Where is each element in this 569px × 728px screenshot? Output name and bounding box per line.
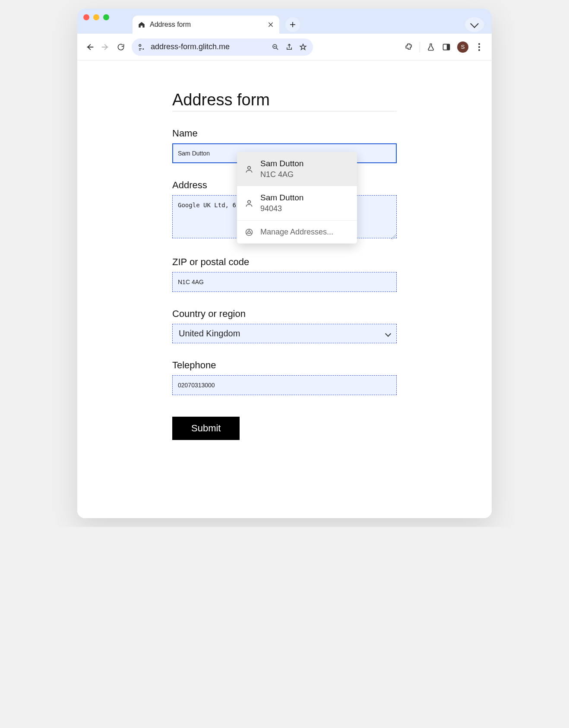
person-icon <box>245 165 253 174</box>
forward-button[interactable] <box>101 42 110 52</box>
zip-input[interactable] <box>172 272 397 292</box>
share-icon[interactable] <box>285 43 293 51</box>
telephone-field: Telephone <box>172 360 397 395</box>
tab-list-button[interactable] <box>465 17 484 32</box>
autofill-popup: Sam Dutton N1C 4AG Sam Dutton 94043 <box>237 152 357 244</box>
manage-addresses-button[interactable]: Manage Addresses... <box>237 220 357 244</box>
zoom-icon[interactable] <box>272 43 279 51</box>
avatar-initial: S <box>461 44 465 50</box>
page-title: Address form <box>172 91 397 111</box>
browser-window: Address form address-form.glitch.me <box>77 9 492 518</box>
address-form: Address form Name Sam Dutton N1C 4AG <box>172 78 397 492</box>
svg-rect-4 <box>447 44 450 50</box>
bookmark-icon[interactable] <box>299 43 307 51</box>
titlebar: Address form <box>77 9 492 34</box>
site-info-icon[interactable] <box>138 43 145 51</box>
name-field: Name Sam Dutton N1C 4AG <box>172 128 397 163</box>
back-button[interactable] <box>85 42 95 52</box>
autofill-detail: N1C 4AG <box>260 170 303 179</box>
tab-title: Address form <box>150 21 191 28</box>
toolbar: address-form.glitch.me <box>77 34 492 60</box>
url-text: address-form.glitch.me <box>151 42 230 51</box>
address-bar[interactable]: address-form.glitch.me <box>132 38 313 56</box>
sidepanel-button[interactable] <box>442 42 451 52</box>
separator <box>420 42 420 52</box>
close-window-button[interactable] <box>83 14 89 20</box>
person-icon <box>245 199 253 208</box>
country-field: Country or region United Kingdom <box>172 308 397 343</box>
autofill-name: Sam Dutton <box>260 193 303 203</box>
svg-point-1 <box>142 48 144 50</box>
window-controls <box>83 9 109 34</box>
maximize-window-button[interactable] <box>103 14 109 20</box>
name-label: Name <box>172 128 397 139</box>
zip-field: ZIP or postal code <box>172 256 397 292</box>
telephone-label: Telephone <box>172 360 397 371</box>
favicon-icon <box>138 21 145 28</box>
country-value: United Kingdom <box>179 329 240 339</box>
country-select[interactable]: United Kingdom <box>172 324 397 343</box>
minimize-window-button[interactable] <box>93 14 99 20</box>
zip-label: ZIP or postal code <box>172 256 397 268</box>
menu-button[interactable] <box>474 42 484 52</box>
submit-button[interactable]: Submit <box>172 417 240 440</box>
chevron-down-icon <box>470 19 479 28</box>
kebab-icon <box>478 43 480 51</box>
chevron-down-icon <box>385 330 391 336</box>
browser-tab[interactable]: Address form <box>133 16 279 34</box>
autofill-detail: 94043 <box>260 204 303 213</box>
profile-avatar[interactable]: S <box>457 41 468 53</box>
telephone-input[interactable] <box>172 375 397 395</box>
svg-point-6 <box>248 200 251 203</box>
svg-point-5 <box>248 166 251 169</box>
autofill-suggestion[interactable]: Sam Dutton N1C 4AG <box>237 152 357 186</box>
chrome-icon <box>245 228 253 237</box>
reload-button[interactable] <box>116 42 126 52</box>
manage-addresses-label: Manage Addresses... <box>260 228 333 237</box>
labs-button[interactable] <box>426 42 436 52</box>
close-tab-button[interactable] <box>267 21 274 28</box>
page-content: Address form Name Sam Dutton N1C 4AG <box>77 60 492 518</box>
svg-point-0 <box>139 44 141 47</box>
extensions-button[interactable] <box>404 42 414 52</box>
autofill-suggestion[interactable]: Sam Dutton 94043 <box>237 186 357 220</box>
country-label: Country or region <box>172 308 397 320</box>
new-tab-button[interactable] <box>285 17 300 32</box>
resize-handle-icon[interactable] <box>391 234 396 239</box>
autofill-name: Sam Dutton <box>260 159 303 168</box>
svg-point-8 <box>248 231 250 234</box>
